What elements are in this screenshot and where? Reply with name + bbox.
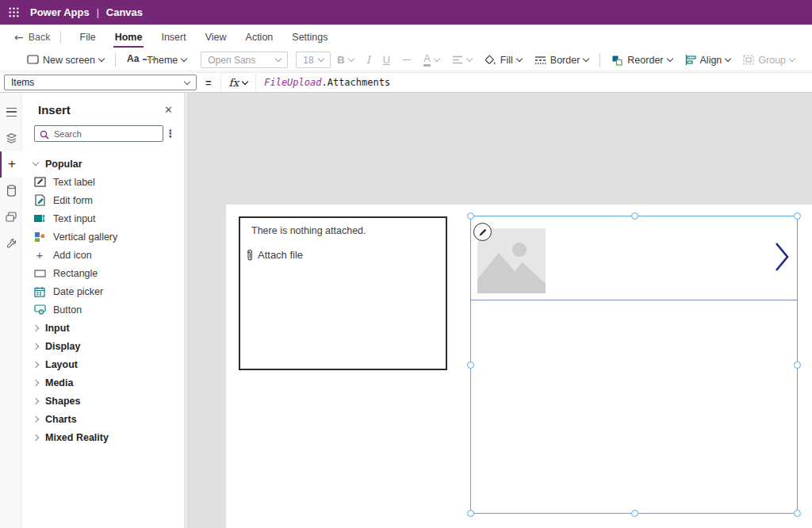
insert-item-text-label[interactable]: Text label	[22, 173, 184, 191]
more-options-icon[interactable]: ⋮	[163, 128, 178, 140]
formula-input[interactable]: FileUpload.Attachments	[264, 77, 390, 88]
chevron-right-icon	[33, 324, 39, 331]
chevron-down-icon	[725, 55, 731, 62]
text-align-button[interactable]	[446, 49, 478, 71]
new-screen-button[interactable]: New screen	[21, 49, 110, 71]
power-apps-studio: Power Apps | Canvas ← Back File Home Ins…	[0, 0, 812, 528]
insert-item-text-input[interactable]: Text input	[22, 209, 184, 228]
insert-item-button[interactable]: Button	[22, 300, 184, 319]
chevron-right-icon	[33, 361, 39, 367]
insert-item-label: Rectangle	[53, 268, 98, 279]
fx-button[interactable]: fx	[220, 73, 257, 92]
chevron-right-icon	[775, 242, 789, 272]
insert-item-vertical-gallery[interactable]: Vertical gallery	[22, 228, 184, 246]
gallery-control[interactable]	[470, 216, 798, 514]
border-icon	[534, 55, 546, 65]
resize-handle-bottom-center[interactable]	[631, 510, 638, 517]
font-color-button[interactable]: A	[417, 49, 446, 71]
insert-item-date-picker[interactable]: Date picker	[22, 282, 184, 300]
property-select[interactable]: Items	[4, 75, 197, 90]
resize-handle-top-right[interactable]	[794, 212, 801, 220]
section-charts[interactable]: Charts	[22, 410, 184, 428]
gallery-next-button[interactable]	[775, 242, 789, 275]
back-arrow-icon: ←	[14, 32, 24, 43]
fx-icon: fx	[229, 76, 239, 89]
resize-handle-top-center[interactable]	[631, 212, 638, 220]
menu-item-action[interactable]: Action	[236, 27, 283, 48]
group-label: Group	[758, 55, 786, 66]
section-label: Layout	[45, 359, 78, 370]
product-name[interactable]: Power Apps	[30, 6, 90, 18]
section-mixed-reality[interactable]: Mixed Reality	[22, 428, 184, 446]
chevron-down-icon	[434, 55, 440, 62]
rail-advanced-tools-button[interactable]	[0, 230, 22, 256]
menu-item-settings[interactable]: Settings	[282, 27, 337, 48]
menu-item-view[interactable]: View	[196, 27, 236, 48]
resize-handle-bottom-left[interactable]	[467, 510, 474, 517]
rail-data-button[interactable]	[0, 178, 22, 204]
group-button[interactable]: Group	[737, 49, 801, 71]
waffle-icon	[9, 7, 19, 17]
align-button[interactable]: Align	[679, 49, 737, 71]
attachments-control[interactable]: There is nothing attached. Attach file	[239, 216, 447, 370]
rail-tree-view-button[interactable]	[0, 125, 22, 151]
strikethrough-icon	[403, 59, 411, 61]
rail-insert-button[interactable]: +	[0, 151, 22, 178]
insert-item-add-icon[interactable]: + Add icon	[22, 246, 184, 264]
gallery-row-divider	[471, 300, 797, 300]
border-button[interactable]: Border	[528, 49, 596, 71]
resize-handle-top-left[interactable]	[467, 212, 474, 220]
add-icon: +	[33, 249, 46, 262]
fill-button[interactable]: Fill	[478, 49, 528, 71]
font-size-value: 18	[303, 55, 313, 66]
chevron-down-icon	[242, 78, 248, 84]
edit-form-icon	[33, 194, 46, 207]
attach-file-button[interactable]: Attach file	[246, 249, 303, 261]
section-display[interactable]: Display	[22, 337, 184, 355]
section-label: Display	[45, 341, 80, 352]
bold-button[interactable]: B	[331, 49, 359, 71]
group-icon	[743, 55, 754, 65]
app-launcher-button[interactable]	[2, 0, 25, 25]
fill-label: Fill	[500, 55, 513, 66]
section-layout[interactable]: Layout	[22, 355, 184, 373]
italic-button[interactable]: I	[360, 49, 377, 71]
reorder-button[interactable]: Reorder	[605, 49, 678, 71]
menu-item-home[interactable]: Home	[105, 27, 152, 48]
formula-member: .Attachments	[321, 77, 390, 88]
chevron-right-icon	[33, 379, 39, 385]
section-media[interactable]: Media	[22, 373, 184, 392]
edit-pencil-icon	[478, 228, 488, 237]
chevron-right-icon	[33, 415, 39, 422]
theme-button[interactable]: Aa Theme	[121, 49, 193, 71]
rail-menu-button[interactable]	[0, 99, 22, 125]
font-size-select[interactable]: 18	[296, 52, 331, 68]
insert-plus-icon: +	[8, 157, 16, 170]
paperclip-icon	[246, 249, 254, 261]
chevron-down-icon	[583, 55, 589, 62]
rectangle-icon	[33, 267, 46, 280]
rail-media-button[interactable]	[0, 204, 22, 230]
strikethrough-button[interactable]	[396, 49, 417, 71]
insert-item-edit-form[interactable]: Edit form	[22, 191, 184, 209]
fill-bucket-icon	[485, 55, 496, 66]
section-shapes[interactable]: Shapes	[22, 392, 184, 410]
document-title: Canvas	[106, 6, 143, 18]
text-align-icon	[452, 55, 463, 64]
resize-handle-middle-right[interactable]	[794, 362, 801, 369]
app-screen[interactable]: There is nothing attached. Attach file	[226, 205, 812, 528]
close-icon[interactable]: ✕	[164, 104, 173, 116]
underline-button[interactable]: U	[377, 49, 396, 71]
resize-handle-middle-left[interactable]	[467, 362, 474, 369]
menu-item-file[interactable]: File	[71, 27, 105, 48]
back-button[interactable]: ← Back	[14, 32, 51, 43]
insert-item-rectangle[interactable]: Rectangle	[22, 264, 184, 282]
section-popular[interactable]: Popular	[22, 155, 184, 173]
search-input[interactable]	[34, 125, 163, 142]
menu-item-insert[interactable]: Insert	[151, 27, 195, 48]
chevron-down-icon	[666, 55, 672, 62]
font-family-select[interactable]: Open Sans	[201, 52, 288, 68]
section-input[interactable]: Input	[22, 319, 184, 337]
resize-handle-bottom-right[interactable]	[794, 510, 801, 517]
gallery-edit-button[interactable]	[473, 223, 492, 241]
